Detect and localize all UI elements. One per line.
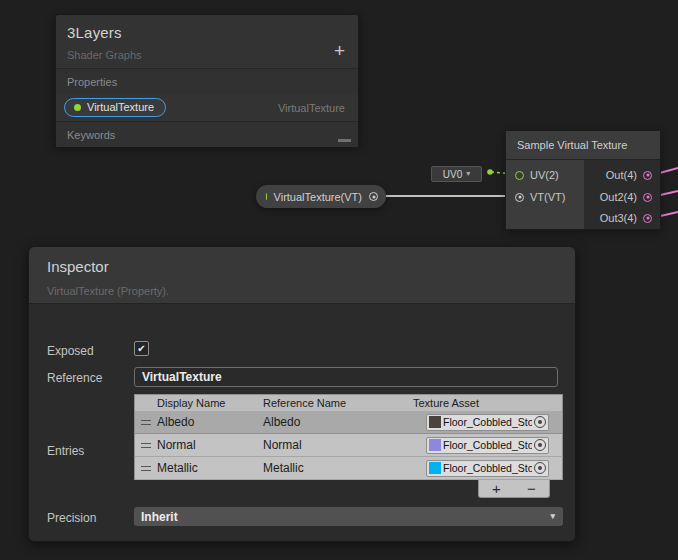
exposed-label: Exposed [47, 344, 94, 358]
col-reference-name: Reference Name [263, 397, 413, 409]
property-type-label: VirtualTexture [278, 102, 345, 114]
drag-handle-icon[interactable] [141, 420, 151, 425]
blackboard-panel[interactable]: 3Layers Shader Graphs + Properties Virtu… [55, 14, 359, 145]
reference-label: Reference [47, 371, 102, 385]
keywords-section-label: Keywords [67, 129, 115, 141]
blackboard-resize-handle[interactable] [338, 139, 351, 142]
out-port[interactable] [643, 171, 652, 180]
entries-label: Entries [47, 444, 84, 458]
out3-label: Out3(4) [600, 212, 637, 224]
drag-handle-icon[interactable] [141, 443, 151, 448]
keywords-section-header[interactable]: Keywords [56, 121, 358, 147]
object-picker-icon[interactable] [534, 416, 546, 428]
entries-table-footer: + − [478, 480, 550, 498]
precision-dropdown[interactable]: Inherit ▾ [134, 507, 563, 526]
display-name-cell[interactable]: Albedo [135, 415, 263, 429]
property-node-output-port[interactable] [369, 192, 378, 201]
texture-asset-name: Floor_Cobbled_Sto [443, 439, 532, 451]
graph-inspector-panel: Inspector VirtualTexture (Property). Exp… [28, 246, 576, 542]
table-row-normal[interactable]: Normal Normal Floor_Cobbled_Sto [134, 434, 563, 457]
out-label: Out(4) [606, 169, 637, 181]
object-picker-icon[interactable] [534, 462, 546, 474]
node-title[interactable]: Sample Virtual Texture [506, 131, 660, 160]
object-picker-icon[interactable] [534, 439, 546, 451]
vt-input-port[interactable] [515, 193, 524, 202]
inspector-title: Inspector [47, 258, 557, 275]
out2-port[interactable] [643, 193, 652, 202]
texture-asset-name: Floor_Cobbled_Sto [443, 416, 532, 428]
virtualtexture-property-node[interactable]: VirtualTexture(VT) [256, 185, 386, 208]
out2-label: Out2(4) [600, 191, 637, 203]
texture-swatch [429, 416, 441, 428]
checkmark-icon: ✔ [137, 343, 145, 354]
texture-asset-field[interactable]: Floor_Cobbled_Sto [426, 414, 549, 431]
input-slot-vt: VT(VT) [515, 191, 565, 203]
property-node-label: VirtualTexture(VT) [274, 191, 362, 203]
output-slot-out3: Out3(4) [600, 212, 652, 224]
remove-entry-button[interactable]: − [527, 481, 536, 496]
inspector-body: Exposed ✔ Reference VirtualTexture Entri… [29, 304, 575, 542]
shader-graph-window: 3Layers Shader Graphs + Properties Virtu… [0, 0, 678, 560]
col-texture-asset: Texture Asset [413, 397, 479, 409]
uv-input-port[interactable] [515, 171, 524, 180]
vt-input-label: VT(VT) [530, 191, 565, 203]
uv-channel-dropdown[interactable]: UV0 ▾ [431, 166, 482, 182]
inspector-header: Inspector VirtualTexture (Property). [29, 247, 575, 304]
property-node-dot [266, 193, 267, 200]
sample-virtual-texture-node[interactable]: Sample Virtual Texture UV(2) VT(VT) Out(… [505, 130, 661, 230]
col-display-name: Display Name [135, 397, 263, 409]
display-name-cell[interactable]: Metallic [135, 461, 263, 475]
exposed-checkbox[interactable]: ✔ [134, 341, 149, 356]
table-row-albedo[interactable]: Albedo Albedo Floor_Cobbled_Sto [134, 411, 563, 434]
property-pill-label: VirtualTexture [87, 101, 154, 113]
entries-table: Display Name Reference Name Texture Asse… [134, 394, 563, 480]
drag-handle-icon[interactable] [141, 466, 151, 471]
chevron-down-icon: ▾ [466, 170, 470, 178]
out3-port[interactable] [643, 214, 652, 223]
property-row: VirtualTexture VirtualTexture [56, 94, 358, 121]
texture-swatch [429, 439, 441, 451]
table-row-metallic[interactable]: Metallic Metallic Floor_Cobbled_Sto [134, 457, 563, 480]
texture-asset-field[interactable]: Floor_Cobbled_Sto [426, 437, 549, 454]
uv-channel-value: UV0 [443, 169, 462, 180]
texture-asset-name: Floor_Cobbled_Sto [443, 462, 532, 474]
reference-name-cell[interactable]: Albedo [263, 415, 413, 429]
property-exposed-dot [74, 104, 81, 111]
property-pill-virtualtexture[interactable]: VirtualTexture [64, 98, 166, 117]
output-slot-out2: Out2(4) [600, 191, 652, 203]
blackboard-subtitle: Shader Graphs [67, 49, 347, 61]
reference-name-cell[interactable]: Metallic [263, 461, 413, 475]
output-slot-out: Out(4) [606, 169, 652, 181]
reference-name-cell[interactable]: Normal [263, 438, 413, 452]
display-name-cell[interactable]: Normal [135, 438, 263, 452]
add-entry-button[interactable]: + [492, 481, 501, 496]
add-property-button[interactable]: + [334, 41, 345, 60]
uv-wire-dot [487, 169, 493, 175]
reference-value: VirtualTexture [142, 370, 222, 384]
chevron-down-icon: ▾ [550, 512, 555, 521]
blackboard-header: 3Layers Shader Graphs + [56, 15, 358, 68]
precision-label: Precision [47, 511, 96, 525]
uv-input-label: UV(2) [530, 169, 559, 181]
texture-asset-field[interactable]: Floor_Cobbled_Sto [426, 460, 549, 477]
properties-section-label: Properties [67, 76, 117, 88]
inspector-subtitle: VirtualTexture (Property). [47, 285, 557, 297]
entries-table-header: Display Name Reference Name Texture Asse… [134, 394, 563, 411]
reference-input[interactable]: VirtualTexture [134, 367, 558, 387]
node-body: UV(2) VT(VT) Out(4) Out2(4) Out3(4) [506, 160, 660, 229]
input-slot-uv: UV(2) [515, 169, 559, 181]
precision-value: Inherit [141, 510, 178, 524]
properties-section-header[interactable]: Properties [56, 68, 358, 94]
texture-swatch [429, 462, 441, 474]
blackboard-title: 3Layers [67, 24, 347, 41]
